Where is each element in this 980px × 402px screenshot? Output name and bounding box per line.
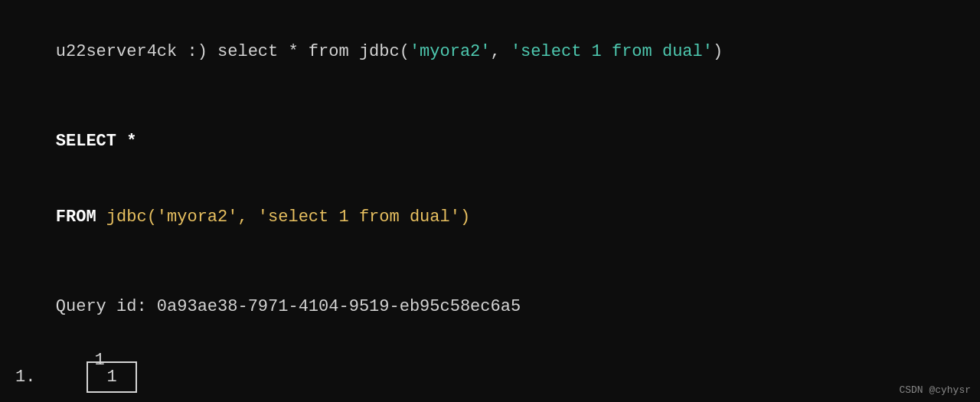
select-keyword: SELECT * (56, 132, 137, 151)
command-line: u22server4ck :) select * from jdbc('myor… (15, 14, 965, 90)
from-line: FROM jdbc('myora2', 'select 1 from dual'… (15, 179, 965, 255)
suffix: ) (713, 42, 723, 61)
row-number: 1. (15, 368, 35, 387)
prompt-text: u22server4ck :) select * from jdbc( (56, 42, 410, 61)
terminal: u22server4ck :) select * from jdbc('myor… (0, 0, 980, 402)
arg2: 'select 1 from dual' (511, 42, 713, 61)
result-row: 1. 1 1 (15, 361, 965, 393)
column-header: 1 (94, 351, 104, 370)
from-keyword: FROM (56, 208, 106, 227)
comma: , (491, 42, 511, 61)
watermark: CSDN @cyhysr (899, 384, 971, 396)
query-id-line: Query id: 0a93ae38-7971-4104-9519-eb95c5… (15, 269, 965, 345)
select-line: SELECT * (15, 103, 965, 179)
arg1: 'myora2' (410, 42, 491, 61)
from-function: jdbc('myora2', 'select 1 from dual') (106, 208, 470, 227)
result-table: 1 1 (87, 361, 136, 393)
query-id-text: Query id: 0a93ae38-7971-4104-9519-eb95c5… (56, 297, 521, 316)
